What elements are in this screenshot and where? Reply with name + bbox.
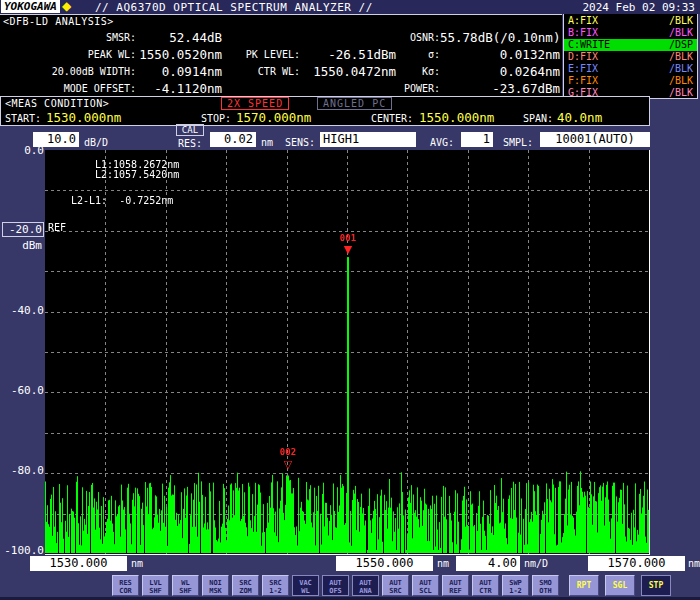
smsr-value: 52.44dB (136, 29, 222, 46)
trace-status-panel: A:FIX/BLK B:FIX/BLK C:WRITE/DSP D:FIX/BL… (563, 14, 698, 99)
mode-offset-value: -4.1120nm (136, 80, 222, 97)
sens-label: SENS: (285, 137, 315, 148)
lvl-shf-button[interactable]: LVLSHF (142, 575, 169, 596)
cal-badge: CAL (176, 124, 204, 136)
avg-label: AVG: (430, 137, 454, 148)
sgl-button[interactable]: SGL (605, 575, 635, 596)
yaxis-unit: dBm (0, 239, 42, 252)
xaxis-start-unit: nm (131, 558, 143, 569)
xaxis-center-unit: nm (437, 558, 449, 569)
power-label: POWER: (396, 80, 440, 97)
width-20db-label: 20.00dB WIDTH: (0, 63, 136, 80)
src-zom-button[interactable]: SRCZOM (232, 575, 259, 596)
marker-001-triangle-icon: ▼ (344, 244, 352, 255)
aut-ana-button[interactable]: AUTANA (352, 575, 379, 596)
spectrum-canvas (45, 150, 649, 554)
res-unit: nm (261, 137, 273, 148)
level-scale-unit: dB/D (84, 137, 108, 148)
sigma-label: σ: (396, 46, 440, 63)
osnr-label: OSNR: (396, 29, 440, 46)
start-label: START: (5, 113, 41, 124)
res-label: RES: (178, 138, 202, 149)
app-title: // AQ6370D OPTICAL SPECTRUM ANALYZER // (95, 1, 373, 14)
osa-screen: YOKOGAWA ◆ // AQ6370D OPTICAL SPECTRUM A… (0, 0, 700, 600)
spectrum-plot: L1:1058.2672nm L2:1057.5420nm L2-L1: -0.… (45, 150, 650, 555)
trace-row-b[interactable]: B:FIX/BLK (564, 27, 697, 39)
aut-ctr-button[interactable]: AUTCTR (472, 575, 499, 596)
res-cor-button[interactable]: RESCOR (112, 575, 139, 596)
pk-level-value: -26.51dBm (300, 46, 396, 63)
analysis-mode-title: <DFB-LD ANALYSIS> (3, 16, 114, 27)
analysis-results-grid: SMSR: 52.44dB OSNR: 55.78dB(/0.10nm) PEA… (0, 29, 560, 97)
meas-condition-panel: <MEAS CONDITION> 2X SPEED ANGLED PC STAR… (0, 96, 650, 126)
trace-row-a[interactable]: A:FIX/BLK (564, 15, 697, 27)
span-label: SPAN: (523, 113, 553, 124)
ctr-wl-label: CTR WL: (222, 63, 300, 80)
span-value[interactable]: 40.0nm (557, 110, 602, 125)
center-label: CENTER: (371, 113, 413, 124)
ref-level-box: -20.0 (2, 222, 44, 237)
yokogawa-diamond-icon: ◆ (62, 0, 71, 13)
center-value[interactable]: 1550.000nm (419, 110, 494, 125)
pk-level-label: PK LEVEL: (222, 46, 300, 63)
yaxis-0-label: 0.0 (2, 144, 44, 157)
smpl-label: SMPL: (503, 137, 533, 148)
datetime: 2024 Feb 02 09:33 (582, 1, 695, 14)
xaxis-start-box: 1530.000 (30, 556, 127, 571)
res-box[interactable]: 0.02 (210, 132, 256, 147)
header-bar: YOKOGAWA ◆ // AQ6370D OPTICAL SPECTRUM A… (0, 0, 700, 14)
aut-ofs-button[interactable]: AUTOFS (322, 575, 349, 596)
noi-msk-button[interactable]: NOIMSK (202, 575, 229, 596)
softkey-toolbar: RESCOR LVLSHF WLSHF NOIMSK SRCZOM SRC1-2… (0, 575, 700, 597)
analysis-panel: <DFB-LD ANALYSIS> SMSR: 52.44dB OSNR: 55… (0, 14, 562, 96)
xaxis-stop-box: 1570.000 (588, 556, 685, 571)
peak-wl-value: 1550.0520nm (136, 46, 222, 63)
mode-offset-label: MODE OFFSET: (0, 80, 136, 97)
marker-002-label: 002 (280, 447, 296, 457)
trace-row-e[interactable]: E:FIX/BLK (564, 63, 697, 75)
smpl-box[interactable]: 10001(AUTO) (540, 132, 650, 147)
osnr-value: 55.78dB(/0.10nm) (440, 29, 560, 46)
aut-scl-button[interactable]: AUTSCL (412, 575, 439, 596)
smo-oth-button[interactable]: SMOOTH (532, 575, 559, 596)
ksigma-label: Kσ: (396, 63, 440, 80)
width-20db-value: 0.0914nm (136, 63, 222, 80)
xaxis-div-box: 4.00 (456, 556, 520, 571)
stop-label: STOP: (201, 113, 231, 124)
trace-row-c-active[interactable]: C:WRITE/DSP (564, 39, 697, 51)
stp-button[interactable]: STP (641, 575, 671, 596)
marker-diff-readout: L2-L1: -0.7252nm (71, 195, 173, 206)
ksigma-value: 0.0264nm (440, 63, 560, 80)
start-value[interactable]: 1530.000nm (46, 110, 121, 125)
power-value: -23.67dBm (440, 80, 560, 97)
trace-row-f[interactable]: F:FIX/BLK (564, 75, 697, 87)
marker-002-triangle-icon: ▽ (284, 459, 292, 470)
smsr-label: SMSR: (0, 29, 136, 46)
src-1-2-button[interactable]: SRC1-2 (262, 575, 289, 596)
sigma-value: 0.0132nm (440, 46, 560, 63)
xaxis-stop-unit: nm (688, 558, 700, 569)
xaxis-div-unit: nm/D (524, 558, 548, 569)
marker-l2-readout: L2:1057.5420nm (95, 169, 179, 180)
vac-wl-button[interactable]: VACWL (292, 575, 319, 596)
yokogawa-logo: YOKOGAWA (1, 0, 60, 13)
aut-ref-button[interactable]: AUTREF (442, 575, 469, 596)
stop-value[interactable]: 1570.000nm (236, 110, 311, 125)
swp-1-2-button[interactable]: SWP1-2 (502, 575, 529, 596)
rpt-button[interactable]: RPT (569, 575, 599, 596)
yaxis-60-label: -60.0 (2, 384, 44, 397)
peak-wl-label: PEAK WL: (0, 46, 136, 63)
trace-row-d[interactable]: D:FIX/BLK (564, 51, 697, 63)
avg-box[interactable]: 1 (461, 132, 493, 147)
aut-src-button[interactable]: AUTSRC (382, 575, 409, 596)
wl-shf-button[interactable]: WLSHF (172, 575, 199, 596)
marker-001-label: 001 (340, 233, 356, 243)
meas-condition-title: <MEAS CONDITION> (5, 98, 109, 109)
yaxis-40-label: -40.0 (2, 304, 44, 317)
sens-box[interactable]: HIGH1 (320, 132, 416, 147)
yaxis-80-label: -80.0 (2, 464, 44, 477)
ref-label: REF (48, 222, 66, 233)
xaxis-center-box: 1550.000 (336, 556, 433, 571)
ctr-wl-value: 1550.0472nm (300, 63, 396, 80)
